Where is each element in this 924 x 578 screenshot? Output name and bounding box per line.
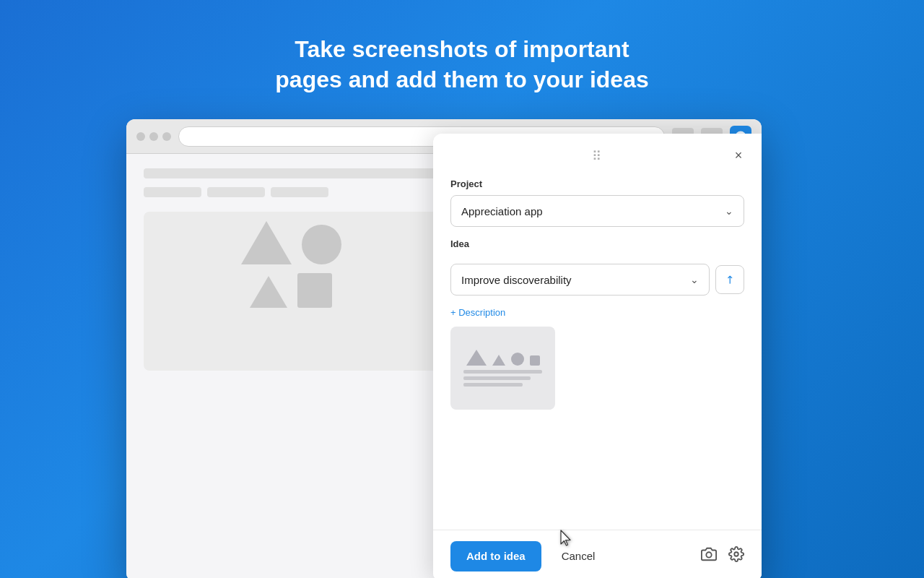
footer-icons [701,546,744,566]
preview-shapes-row [466,350,540,366]
prev-line-1 [463,370,542,374]
idea-chevron-icon: ⌄ [690,274,699,285]
browser-dot-yellow [149,132,158,141]
close-button[interactable]: × [728,145,749,165]
hero-heading: Take screenshots of important pages and … [275,35,648,95]
drag-handle: ⠿ [450,148,744,164]
content-card-1 [144,212,438,371]
shape-triangle-large [241,221,292,264]
browser-mockup: ⠿ × Project Appreciation app ⌄ Idea Impr… [126,119,762,578]
browser-dot-red [136,132,145,141]
camera-icon[interactable] [701,546,717,566]
screenshot-preview [450,327,555,410]
settings-icon[interactable] [728,546,744,566]
header-tab-2 [207,187,265,197]
preview-content [450,327,555,410]
shapes-row-2 [250,273,332,308]
add-to-idea-button[interactable]: Add to idea [450,541,541,571]
browser-traffic-lights [136,132,171,141]
preview-lines [459,370,546,387]
prev-line-2 [463,376,531,380]
shape-triangle-small [250,276,287,308]
browser-dot-green [162,132,171,141]
preview-triangle [466,350,487,366]
project-label: Project [450,178,744,189]
idea-dropdown[interactable]: Improve discoverability ⌄ [450,264,710,296]
cancel-button[interactable]: Cancel [550,541,607,571]
svg-point-1 [706,552,711,557]
idea-label: Idea [450,238,744,249]
svg-point-2 [734,552,738,556]
external-link-icon: ↗ [722,272,738,288]
project-dropdown[interactable]: Appreciation app ⌄ [450,195,744,227]
idea-external-link-button[interactable]: ↗ [715,265,744,294]
header-tab-3 [271,187,328,197]
preview-triangle-sm [492,355,505,366]
shape-square [297,273,332,308]
preview-square [530,355,540,366]
idea-row: Improve discoverability ⌄ ↗ [450,264,744,296]
add-description-link[interactable]: + Description [450,307,744,318]
preview-circle [511,353,524,366]
header-tab-1 [144,187,201,197]
project-chevron-icon: ⌄ [725,205,733,217]
add-to-idea-dialog: ⠿ × Project Appreciation app ⌄ Idea Impr… [433,134,762,578]
prev-line-3 [463,383,523,387]
shape-circle [302,225,341,264]
project-value: Appreciation app [461,205,543,217]
idea-value: Improve discoverability [461,274,572,286]
dialog-footer: Add to idea Cancel [433,530,762,578]
shapes-row-1 [241,221,341,264]
